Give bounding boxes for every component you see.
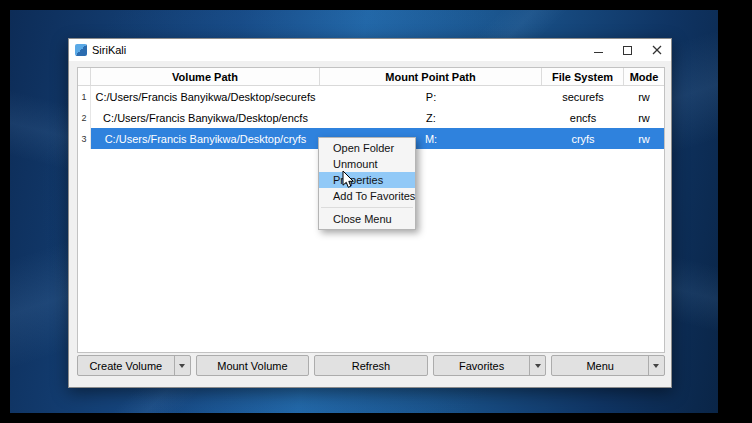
create-volume-dropdown[interactable]: [174, 356, 190, 375]
menu-item-add-to-favorites[interactable]: Add To Favorites: [319, 188, 415, 204]
chevron-down-icon: [535, 364, 541, 368]
chevron-down-icon: [179, 364, 185, 368]
volume-path-cell: C:/Users/Francis Banyikwa/Desktop/cryfs: [91, 128, 320, 149]
window-title: SiriKali: [92, 44, 126, 56]
menu-item-properties[interactable]: Properties: [319, 172, 415, 188]
file-system-cell: cryfs: [542, 128, 624, 149]
maximize-icon: [623, 46, 632, 55]
column-header-mount-point-path[interactable]: Mount Point Path: [320, 68, 542, 85]
mouse-cursor: [342, 170, 355, 189]
row-number-header: [78, 68, 91, 85]
file-system-cell: encfs: [542, 107, 624, 128]
minimize-button[interactable]: [584, 39, 613, 61]
favorites-label: Favorites: [434, 356, 530, 375]
table-header: Volume Path Mount Point Path File System…: [78, 68, 664, 86]
screen: SiriKali Volume Path Mount Point Path Fi…: [0, 0, 752, 423]
close-icon: [652, 45, 662, 55]
mode-cell: rw: [624, 107, 664, 128]
menu-item-unmount[interactable]: Unmount: [319, 156, 415, 172]
close-button[interactable]: [642, 39, 671, 61]
favorites-dropdown[interactable]: [529, 356, 545, 375]
menu-label: Menu: [552, 356, 648, 375]
app-icon: [75, 44, 87, 56]
minimize-icon: [594, 52, 603, 53]
volume-path-cell: C:/Users/Francis Banyikwa/Desktop/secure…: [91, 86, 320, 107]
table-row[interactable]: 1 C:/Users/Francis Banyikwa/Desktop/secu…: [78, 86, 664, 107]
mount-point-cell: Z:: [320, 107, 542, 128]
create-volume-label: Create Volume: [78, 356, 174, 375]
menu-separator: [321, 207, 413, 208]
chevron-down-icon: [653, 364, 659, 368]
mount-point-cell: P:: [320, 86, 542, 107]
menu-dropdown[interactable]: [648, 356, 664, 375]
refresh-label: Refresh: [315, 356, 427, 375]
table-row[interactable]: 2 C:/Users/Francis Banyikwa/Desktop/encf…: [78, 107, 664, 128]
mode-cell: rw: [624, 128, 664, 149]
column-header-volume-path[interactable]: Volume Path: [91, 68, 320, 85]
toolbar: Create Volume Mount Volume Refresh Favor…: [77, 355, 665, 376]
favorites-button[interactable]: Favorites: [433, 355, 547, 376]
row-number: 3: [78, 128, 91, 149]
menu-button[interactable]: Menu: [551, 355, 665, 376]
menu-item-open-folder[interactable]: Open Folder: [319, 140, 415, 156]
mode-cell: rw: [624, 86, 664, 107]
mount-volume-button[interactable]: Mount Volume: [196, 355, 310, 376]
row-number: 1: [78, 86, 91, 107]
window-controls: [584, 39, 671, 61]
create-volume-button[interactable]: Create Volume: [77, 355, 191, 376]
file-system-cell: securefs: [542, 86, 624, 107]
mount-volume-label: Mount Volume: [197, 356, 309, 375]
column-header-file-system[interactable]: File System: [542, 68, 624, 85]
refresh-button[interactable]: Refresh: [314, 355, 428, 376]
volume-path-cell: C:/Users/Francis Banyikwa/Desktop/encfs: [91, 107, 320, 128]
column-header-mode[interactable]: Mode: [624, 68, 664, 85]
titlebar[interactable]: SiriKali: [69, 39, 671, 61]
context-menu: Open Folder Unmount Properties Add To Fa…: [318, 137, 416, 230]
row-number: 2: [78, 107, 91, 128]
maximize-button[interactable]: [613, 39, 642, 61]
menu-item-close-menu[interactable]: Close Menu: [319, 211, 415, 227]
